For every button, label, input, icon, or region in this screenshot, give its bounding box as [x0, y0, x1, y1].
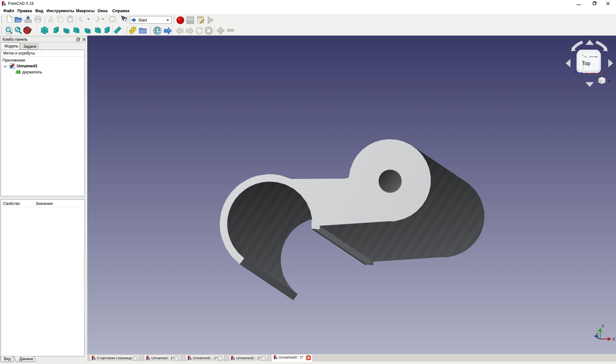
svg-text:X: X — [600, 71, 603, 76]
svg-text:Y: Y — [602, 324, 604, 329]
svg-text:X: X — [612, 337, 615, 342]
svg-text:Вид: Вид — [4, 357, 11, 361]
svg-text:Z: Z — [596, 333, 598, 337]
svg-text:Z: Z — [573, 71, 576, 75]
svg-text:Top: Top — [582, 61, 590, 66]
svg-text:?: ? — [124, 16, 127, 23]
svg-text:Данные: Данные — [19, 357, 33, 361]
